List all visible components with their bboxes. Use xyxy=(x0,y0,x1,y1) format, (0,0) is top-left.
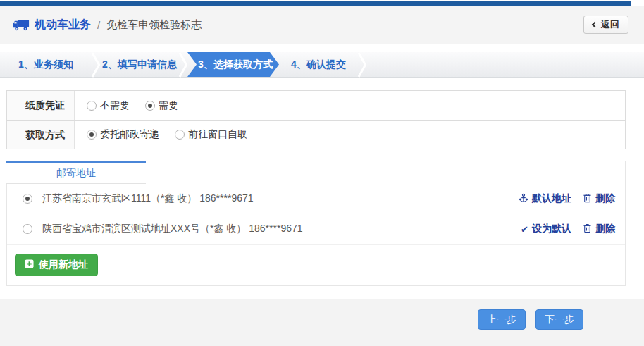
step-separator-icon xyxy=(179,52,187,78)
radio-option-needed[interactable]: 需要 xyxy=(145,99,178,112)
next-step-button[interactable]: 下一步 xyxy=(535,309,583,330)
address-row-1: 江苏省南京市玄武区1111（*鑫 收） 186****9671 默认地址 xyxy=(7,184,625,214)
radio-icon[interactable] xyxy=(175,130,185,140)
radio-option-not-needed[interactable]: 不需要 xyxy=(87,99,130,112)
delete-address-link[interactable]: 删除 xyxy=(583,223,615,235)
previous-step-button[interactable]: 上一步 xyxy=(478,309,526,330)
radio-option-window-pickup[interactable]: 前往窗口自取 xyxy=(175,128,247,141)
back-button[interactable]: 返回 xyxy=(583,16,628,34)
radio-icon[interactable] xyxy=(87,130,97,140)
plus-icon xyxy=(25,259,34,271)
truck-icon xyxy=(13,19,30,31)
step-separator-icon xyxy=(358,52,366,78)
radio-option-postal-delivery[interactable]: 委托邮政寄递 xyxy=(87,128,159,141)
breadcrumb-divider: / xyxy=(96,19,101,31)
step-progress-bar: 1、业务须知 2、填写申请信息 3、选择获取方式 4、确认提交 xyxy=(0,52,644,78)
address-actions: 默认地址 删除 xyxy=(519,192,615,205)
address-tabstrip: 邮寄地址 xyxy=(7,161,625,184)
add-new-address-label: 使用新地址 xyxy=(39,259,88,271)
form-row-options: 不需要 需要 xyxy=(75,91,625,120)
set-default-label: 设为默认 xyxy=(532,223,571,235)
mailing-address-panel: 邮寄地址 江苏省南京市玄武区1111（*鑫 收） 186****9671 默认地… xyxy=(6,161,626,286)
address-row-2: 陕西省宝鸡市渭滨区测试地址XXX号（*鑫 收） 186****9671 ✔ 设为… xyxy=(7,214,625,245)
address-text: 江苏省南京市玄武区1111（*鑫 收） 186****9671 xyxy=(42,192,519,205)
step-1-notice[interactable]: 1、业务须知 xyxy=(0,52,92,77)
address-text: 陕西省宝鸡市渭滨区测试地址XXX号（*鑫 收） 186****9671 xyxy=(42,223,521,235)
page-header: 机动车业务 / 免检车申领检验标志 返回 xyxy=(0,6,644,44)
radio-label: 前往窗口自取 xyxy=(188,128,247,141)
form-row-label: 纸质凭证 xyxy=(7,91,75,120)
step-4-confirm-submit[interactable]: 4、确认提交 xyxy=(279,52,358,77)
anchor-icon xyxy=(519,193,528,205)
radio-label: 不需要 xyxy=(100,99,130,112)
add-new-address-button[interactable]: 使用新地址 xyxy=(15,254,98,276)
check-icon: ✔ xyxy=(521,225,528,234)
radio-icon[interactable] xyxy=(145,101,155,111)
radio-icon[interactable] xyxy=(87,101,97,111)
default-address-label: 默认地址 xyxy=(532,192,571,205)
delete-label: 删除 xyxy=(595,223,615,235)
radio-label: 委托邮政寄递 xyxy=(100,128,159,141)
tab-mailing-address[interactable]: 邮寄地址 xyxy=(6,161,146,184)
step-2-fill-info[interactable]: 2、填写申请信息 xyxy=(100,52,179,77)
radio-label: 需要 xyxy=(159,99,178,112)
section-title: 机动车业务 xyxy=(35,18,91,32)
trash-icon xyxy=(583,223,592,235)
chevron-left-icon xyxy=(592,22,597,27)
form-row-obtain-method: 获取方式 委托邮政寄递 前往窗口自取 xyxy=(7,120,625,149)
delete-address-link[interactable]: 删除 xyxy=(583,192,615,205)
trash-icon xyxy=(583,193,592,205)
delete-label: 删除 xyxy=(595,192,615,205)
footer-bar: 上一步 下一步 xyxy=(0,299,644,346)
set-default-link[interactable]: ✔ 设为默认 xyxy=(521,223,571,235)
form-row-label: 获取方式 xyxy=(7,121,75,149)
back-button-label: 返回 xyxy=(601,18,619,31)
default-address-link[interactable]: 默认地址 xyxy=(519,192,571,205)
page-title: 免检车申领检验标志 xyxy=(106,18,202,32)
form-row-paper-voucher: 纸质凭证 不需要 需要 xyxy=(7,91,625,120)
step-3-choose-method-active[interactable]: 3、选择获取方式 xyxy=(187,52,279,77)
options-form: 纸质凭证 不需要 需要 获取方式 委托邮政寄递 前往窗口自取 xyxy=(6,90,626,149)
address-radio[interactable] xyxy=(23,224,32,234)
address-actions: ✔ 设为默认 删除 xyxy=(521,223,615,235)
address-radio[interactable] xyxy=(23,194,32,204)
step-separator-icon xyxy=(92,52,100,78)
breadcrumb: 机动车业务 / 免检车申领检验标志 xyxy=(13,18,202,32)
new-address-row: 使用新地址 xyxy=(7,245,625,285)
form-row-options: 委托邮政寄递 前往窗口自取 xyxy=(75,121,625,149)
